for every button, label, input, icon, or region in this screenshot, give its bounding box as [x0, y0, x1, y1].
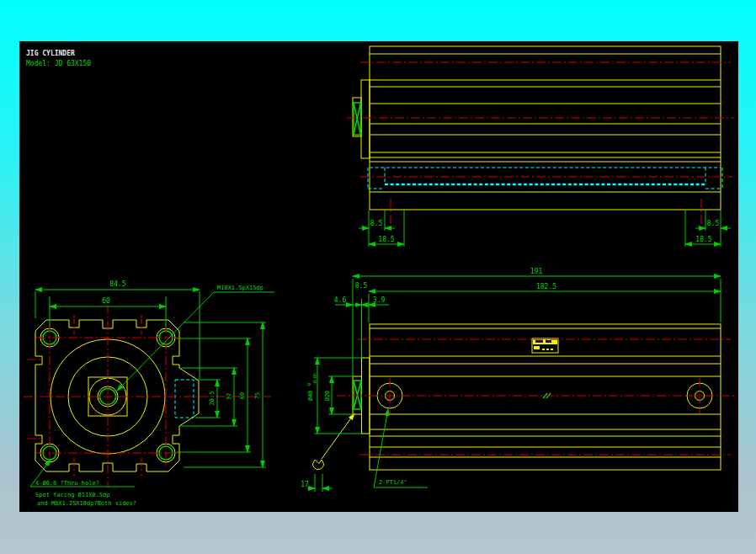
- front-view-dim-total-width: 84.5: [109, 280, 125, 288]
- front-view-note-3: and M8X1.25X10dp?Both sides?: [37, 500, 136, 507]
- front-view-dim-bolt-spacing-v: 60: [239, 392, 246, 399]
- top-view-dim-18-5-right: 18.5: [695, 236, 711, 243]
- top-view-dim-8-5-left: 8.5: [370, 220, 383, 227]
- cad-drawing: JIG CYLINDER Model: JD 63X150: [0, 0, 756, 554]
- front-view-dim-boss-width: 32: [226, 393, 232, 400]
- front-view-hidden-slot: [175, 380, 194, 418]
- top-view-dimension-lines: [359, 210, 731, 247]
- front-view: 84.5 60 20.5 32 60 75 M10X1.5pX15dp 4-Ø6…: [24, 280, 274, 507]
- side-view-dim-rod-exposed: 4.6: [334, 296, 347, 304]
- drawing-model: Model: JD 63X150: [26, 60, 91, 67]
- top-view-hidden-slot: [368, 168, 722, 189]
- front-view-dim-slot-depth: 20.5: [209, 392, 216, 406]
- top-view-rod-thread-symbol: [354, 103, 361, 135]
- side-view-centerlines: [337, 339, 734, 455]
- side-view-dim-body-length: 182.5: [536, 283, 556, 290]
- side-view-dim-boss-dia: Ø40: [307, 391, 314, 402]
- front-view-note-2: Spot facing Ø11X8.5dp: [35, 492, 110, 498]
- side-view-dim-rod-extension: 8.5: [355, 282, 368, 290]
- side-view-ports-label: 2-PT1/4": [379, 479, 407, 486]
- side-view-dim-wrench-flats: 17: [301, 481, 309, 488]
- side-view: 191 182.5 8.5 4.6 3.9 Ø40 0 -0.05 Ø20 17…: [301, 268, 734, 492]
- side-view-dim-rod-dia: Ø20: [324, 391, 331, 402]
- side-view-dim-boss-depth: 3.9: [373, 296, 386, 304]
- front-view-note-1: 4-Ø6.8 ?Thru-hole?: [35, 480, 99, 487]
- front-view-rod-thread-label: M10X1.5pX15dp: [217, 285, 264, 291]
- front-view-dim-flange-height: 75: [254, 392, 261, 399]
- side-view-tol-upper: 0: [306, 383, 311, 386]
- front-view-dimension-lines: [30, 290, 274, 487]
- top-view-dim-8-5-right: 8.5: [707, 220, 720, 227]
- drawing-title-block: JIG CYLINDER Model: JD 63X150: [26, 50, 91, 67]
- side-view-outline: [313, 324, 721, 470]
- top-view-dim-18-5-left: 18.5: [378, 236, 394, 243]
- front-view-outline: [35, 320, 199, 471]
- front-view-dim-bolt-spacing: 60: [102, 297, 110, 305]
- top-view: 8.5 18.5 8.5 18.5: [347, 46, 734, 247]
- side-view-dim-total-length: 191: [530, 268, 543, 275]
- drawing-title: JIG CYLINDER: [26, 50, 75, 57]
- side-view-tol-lower: -0.05: [312, 373, 317, 386]
